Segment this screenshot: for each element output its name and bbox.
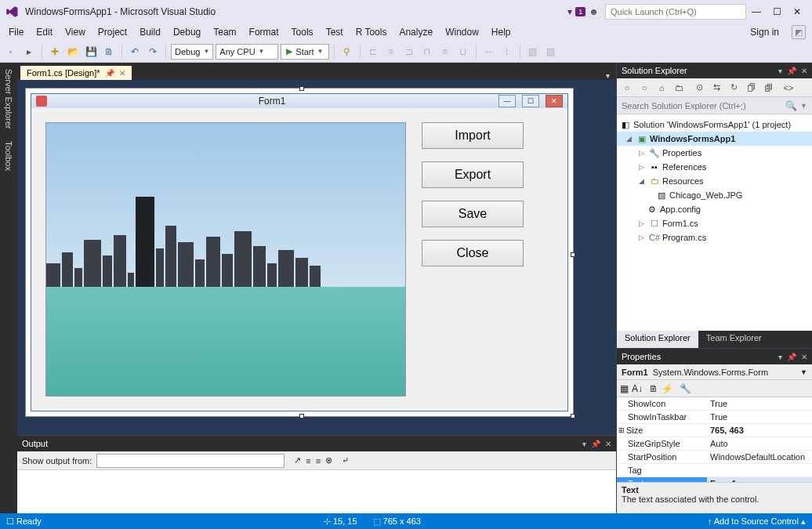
menu-help[interactable]: Help xyxy=(486,25,517,39)
props-close-icon[interactable]: ✕ xyxy=(801,353,807,361)
toolbox-tab[interactable]: Toolbox xyxy=(4,141,13,171)
expand-icon[interactable]: ◢ xyxy=(639,177,647,185)
tree-properties[interactable]: ▷ 🔧 Properties xyxy=(617,146,812,160)
maximize-icon[interactable]: ☐ xyxy=(767,4,787,20)
solution-explorer-header[interactable]: Solution Explorer ▾ 📌 ✕ xyxy=(617,63,812,78)
open-file-icon[interactable]: 📂 xyxy=(65,44,81,60)
se-menu-icon[interactable]: ▾ xyxy=(778,67,782,75)
se-close-icon[interactable]: ✕ xyxy=(801,67,807,75)
se-showall-icon[interactable]: 🗍 xyxy=(744,81,758,95)
hspace-icon[interactable]: ↔ xyxy=(481,44,497,60)
props-wrench-icon[interactable]: 🔧 xyxy=(680,383,691,394)
align-bottom-icon[interactable]: ⊔ xyxy=(455,44,471,60)
align-left-icon[interactable]: ⊏ xyxy=(365,44,381,60)
expand-icon[interactable]: ◢ xyxy=(626,135,634,143)
property-row[interactable]: Tag xyxy=(617,464,812,477)
categorized-icon[interactable]: ▦ xyxy=(620,383,629,394)
undo-icon[interactable]: ↶ xyxy=(127,44,143,60)
pin-icon[interactable]: 📌 xyxy=(105,69,114,78)
property-row[interactable]: ShowInTaskbarTrue xyxy=(617,411,812,424)
tab-team-explorer[interactable]: Team Explorer xyxy=(698,331,770,348)
alphabetical-icon[interactable]: A↓ xyxy=(632,383,643,394)
nav-back-icon[interactable]: ◦ xyxy=(3,44,19,60)
se-back-icon[interactable]: ○ xyxy=(620,81,634,95)
save-button[interactable]: Save xyxy=(422,201,524,227)
events-icon[interactable]: ⚡ xyxy=(662,383,673,394)
align-top-icon[interactable]: ⊓ xyxy=(419,44,435,60)
menu-project[interactable]: Project xyxy=(92,25,132,39)
se-refresh-icon[interactable]: ↻ xyxy=(727,81,741,95)
save-all-icon[interactable]: 🗎 xyxy=(101,44,117,60)
minimize-icon[interactable]: — xyxy=(746,4,767,20)
designer-canvas[interactable]: Form1 — ☐ ✕ xyxy=(25,88,574,417)
se-preview-icon[interactable]: <> xyxy=(781,81,796,95)
tree-resources[interactable]: ◢ 🗀 Resources xyxy=(617,174,812,188)
tree-form1[interactable]: ▷ ☐ Form1.cs xyxy=(617,216,812,230)
solution-config-dropdown[interactable]: Debug▼ xyxy=(171,44,213,60)
tree-resource-file[interactable]: ▧ Chicago_Web.JPG xyxy=(617,188,812,202)
notify-badge[interactable]: 1 xyxy=(575,7,585,16)
picturebox-control[interactable] xyxy=(45,122,406,397)
form-designer[interactable]: Form1 — ☐ ✕ xyxy=(17,80,616,435)
start-button[interactable]: ▶Start▼ xyxy=(281,44,328,60)
tab-solution-explorer[interactable]: Solution Explorer xyxy=(617,331,698,348)
se-sync-icon[interactable]: ⇆ xyxy=(709,81,723,95)
menu-format[interactable]: Format xyxy=(244,25,285,39)
new-project-icon[interactable]: ✚ xyxy=(47,44,63,60)
tree-solution[interactable]: ◧ Solution 'WindowsFormsApp1' (1 project… xyxy=(617,118,812,132)
menu-debug[interactable]: Debug xyxy=(168,25,206,39)
se-search-input[interactable] xyxy=(622,101,785,111)
menu-rtools[interactable]: R Tools xyxy=(350,25,393,39)
expand-icon[interactable]: ▷ xyxy=(639,163,647,171)
flag-icon[interactable]: ▾ xyxy=(567,6,572,17)
avatar-icon[interactable]: ◩ xyxy=(792,25,806,39)
menu-test[interactable]: Test xyxy=(321,25,349,39)
search-icon[interactable]: 🔍 xyxy=(785,100,797,111)
source-control-link[interactable]: ↑ Add to Source Control ▴ xyxy=(708,516,806,527)
se-search-dd-icon[interactable]: ▼ xyxy=(800,102,807,110)
align-middle-icon[interactable]: ≡ xyxy=(437,44,453,60)
output-header[interactable]: Output ▾ 📌 ✕ xyxy=(17,436,616,451)
se-fwd-icon[interactable]: ○ xyxy=(637,81,651,95)
panel-close-icon[interactable]: ✕ xyxy=(605,440,611,448)
server-explorer-tab[interactable]: Server Explorer xyxy=(4,69,13,129)
menu-tools[interactable]: Tools xyxy=(286,25,319,39)
redo-icon[interactable]: ↷ xyxy=(145,44,161,60)
menu-view[interactable]: View xyxy=(60,25,91,39)
tab-overflow-icon[interactable]: ▾ xyxy=(606,71,610,80)
properties-grid[interactable]: ShowIconTrueShowInTaskbarTrue⊞Size765, 4… xyxy=(617,397,812,482)
menu-window[interactable]: Window xyxy=(440,25,484,39)
output-source-dropdown[interactable] xyxy=(96,454,285,468)
quick-launch-input[interactable] xyxy=(605,4,746,20)
document-tab[interactable]: Form1.cs [Design]* 📌 ✕ xyxy=(20,66,132,80)
platform-dropdown[interactable]: Any CPU▼ xyxy=(216,44,278,60)
menu-build[interactable]: Build xyxy=(134,25,166,39)
tree-appconfig[interactable]: ⚙ App.config xyxy=(617,202,812,216)
import-button[interactable]: Import xyxy=(422,122,524,149)
output-body[interactable] xyxy=(17,470,616,513)
expand-icon[interactable]: ▷ xyxy=(639,219,647,227)
close-icon[interactable]: ✕ xyxy=(787,4,807,20)
property-row[interactable]: SizeGripStyleAuto xyxy=(617,437,812,451)
se-pin-icon[interactable]: 📌 xyxy=(787,67,796,75)
se-home-icon[interactable]: ⌂ xyxy=(654,81,669,95)
menu-edit[interactable]: Edit xyxy=(31,25,58,39)
menu-team[interactable]: Team xyxy=(208,25,241,39)
se-collapse-icon[interactable]: ⊙ xyxy=(692,81,706,95)
panel-menu-icon[interactable]: ▾ xyxy=(582,440,586,448)
props-pin-icon[interactable]: 📌 xyxy=(787,353,796,361)
tree-project[interactable]: ◢ ▣ WindowsFormsApp1 xyxy=(617,132,812,146)
props-menu-icon[interactable]: ▾ xyxy=(778,353,782,361)
align-right-icon[interactable]: ⊐ xyxy=(401,44,417,60)
close-button[interactable]: Close xyxy=(422,240,524,266)
se-scope-icon[interactable]: 🗀 xyxy=(672,81,686,95)
property-row[interactable]: ShowIconTrue xyxy=(617,397,812,411)
send-back-icon[interactable]: ▨ xyxy=(543,44,559,60)
align-center-icon[interactable]: ≡ xyxy=(383,44,399,60)
bring-front-icon[interactable]: ▧ xyxy=(525,44,541,60)
sign-in-link[interactable]: Sign in xyxy=(744,25,785,39)
property-row[interactable]: StartPositionWindowsDefaultLocation xyxy=(617,451,812,464)
tab-close-icon[interactable]: ✕ xyxy=(119,69,125,78)
properties-header[interactable]: Properties ▾ 📌 ✕ xyxy=(617,349,812,364)
export-button[interactable]: Export xyxy=(422,161,524,188)
